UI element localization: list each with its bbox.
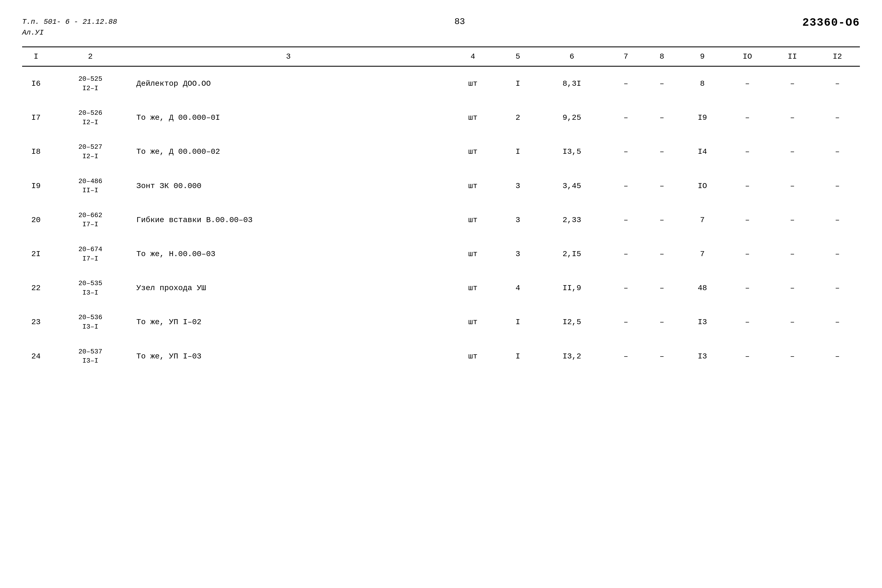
cell-r2-c6: 9,25 (536, 100, 608, 135)
cell-r2-c9: I9 (680, 100, 725, 135)
cell-r8-c9: I3 (680, 305, 725, 339)
col-header-10: IO (725, 47, 770, 66)
cell-r6-c10: – (725, 237, 770, 271)
cell-r4-c8: – (644, 169, 680, 203)
cell-r8-c5: I (500, 305, 536, 339)
cell-r3-c5: I (500, 135, 536, 169)
cell-r4-c3: Зонт ЗК 00.000 (131, 169, 446, 203)
cell-r6-c12: – (815, 237, 860, 271)
cell-r8-c2: 20–536 I3–I (50, 305, 131, 339)
col-header-11: II (770, 47, 815, 66)
cell-r5-c2: 20–662 I7–I (50, 203, 131, 237)
cell-r7-c10: – (725, 271, 770, 305)
cell-r3-c11: – (770, 135, 815, 169)
table-row: 2320–536 I3–IТо же, УП I–02штII2,5––I3––… (22, 305, 860, 339)
cell-r8-c3: То же, УП I–02 (131, 305, 446, 339)
cell-r4-c10: – (725, 169, 770, 203)
table-row: I820–527 I2–IТо же, Д 00.000–02штII3,5––… (22, 135, 860, 169)
col-header-5: 5 (500, 47, 536, 66)
cell-r5-c10: – (725, 203, 770, 237)
header-left: Т.п. 501- 6 - 21.12.88 Ал.УI (22, 16, 117, 38)
cell-r3-c9: I4 (680, 135, 725, 169)
cell-r6-c1: 2I (22, 237, 50, 271)
cell-r9-c12: – (815, 339, 860, 374)
cell-r3-c12: – (815, 135, 860, 169)
cell-r4-c2: 20–486 II–I (50, 169, 131, 203)
cell-r1-c6: 8,3I (536, 66, 608, 101)
cell-r3-c4: шт (446, 135, 500, 169)
cell-r6-c2: 20–674 I7–I (50, 237, 131, 271)
cell-r8-c11: – (770, 305, 815, 339)
cell-r7-c8: – (644, 271, 680, 305)
cell-r5-c9: 7 (680, 203, 725, 237)
cell-r5-c7: – (608, 203, 644, 237)
cell-r4-c5: 3 (500, 169, 536, 203)
cell-r5-c12: – (815, 203, 860, 237)
cell-r9-c10: – (725, 339, 770, 374)
cell-r5-c4: шт (446, 203, 500, 237)
table-row: 2020–662 I7–IГибкие вставки В.00.00–03шт… (22, 203, 860, 237)
cell-r9-c4: шт (446, 339, 500, 374)
table-row: 2220–535 I3–IУзел прохода УШшт4II,9––48–… (22, 271, 860, 305)
cell-r6-c4: шт (446, 237, 500, 271)
cell-r9-c2: 20–537 I3–I (50, 339, 131, 374)
cell-r9-c9: I3 (680, 339, 725, 374)
cell-r2-c3: То же, Д 00.000–0I (131, 100, 446, 135)
cell-r1-c2: 20–525 I2–I (50, 66, 131, 101)
cell-r4-c9: IO (680, 169, 725, 203)
cell-r7-c7: – (608, 271, 644, 305)
cell-r7-c3: Узел прохода УШ (131, 271, 446, 305)
header-doc-ref: Т.п. 501- 6 - 21.12.88 (22, 16, 117, 27)
table-row: I620–525 I2–IДейлектор ДОО.ООштI8,3I––8–… (22, 66, 860, 101)
cell-r2-c2: 20–526 I2–I (50, 100, 131, 135)
cell-r6-c8: – (644, 237, 680, 271)
col-header-2: 2 (50, 47, 131, 66)
cell-r8-c4: шт (446, 305, 500, 339)
cell-r6-c11: – (770, 237, 815, 271)
cell-r7-c11: – (770, 271, 815, 305)
cell-r1-c5: I (500, 66, 536, 101)
cell-r1-c10: – (725, 66, 770, 101)
cell-r5-c3: Гибкие вставки В.00.00–03 (131, 203, 446, 237)
cell-r7-c6: II,9 (536, 271, 608, 305)
cell-r7-c1: 22 (22, 271, 50, 305)
col-header-8: 8 (644, 47, 680, 66)
cell-r3-c2: 20–527 I2–I (50, 135, 131, 169)
header-sheet-ref: Ал.УI (22, 27, 117, 38)
cell-r4-c11: – (770, 169, 815, 203)
cell-r2-c8: – (644, 100, 680, 135)
cell-r3-c10: – (725, 135, 770, 169)
col-header-6: 6 (536, 47, 608, 66)
cell-r6-c5: 3 (500, 237, 536, 271)
cell-r9-c5: I (500, 339, 536, 374)
cell-r1-c7: – (608, 66, 644, 101)
cell-r1-c1: I6 (22, 66, 50, 101)
table-row: I920–486 II–IЗонт ЗК 00.000шт33,45––IO––… (22, 169, 860, 203)
table-row: 2I20–674 I7–IТо же, Н.00.00–03шт32,I5––7… (22, 237, 860, 271)
cell-r8-c8: – (644, 305, 680, 339)
cell-r5-c5: 3 (500, 203, 536, 237)
cell-r6-c7: – (608, 237, 644, 271)
cell-r1-c12: – (815, 66, 860, 101)
cell-r6-c6: 2,I5 (536, 237, 608, 271)
cell-r3-c7: – (608, 135, 644, 169)
cell-r2-c12: – (815, 100, 860, 135)
cell-r9-c7: – (608, 339, 644, 374)
cell-r1-c3: Дейлектор ДОО.ОО (131, 66, 446, 101)
cell-r1-c9: 8 (680, 66, 725, 101)
cell-r5-c8: – (644, 203, 680, 237)
page-header: Т.п. 501- 6 - 21.12.88 Ал.УI 83 23360-О6 (22, 16, 860, 38)
cell-r5-c1: 20 (22, 203, 50, 237)
cell-r7-c4: шт (446, 271, 500, 305)
cell-r8-c7: – (608, 305, 644, 339)
col-header-12: I2 (815, 47, 860, 66)
table-row: I720–526 I2–IТо же, Д 00.000–0Iшт29,25––… (22, 100, 860, 135)
col-header-4: 4 (446, 47, 500, 66)
cell-r4-c1: I9 (22, 169, 50, 203)
cell-r6-c9: 7 (680, 237, 725, 271)
table-row: 2420–537 I3–IТо же, УП I–03штII3,2––I3––… (22, 339, 860, 374)
cell-r2-c7: – (608, 100, 644, 135)
main-table: I 2 3 4 5 6 7 8 9 IO II I2 I620–525 I2–I… (22, 46, 860, 374)
cell-r4-c12: – (815, 169, 860, 203)
cell-r3-c6: I3,5 (536, 135, 608, 169)
